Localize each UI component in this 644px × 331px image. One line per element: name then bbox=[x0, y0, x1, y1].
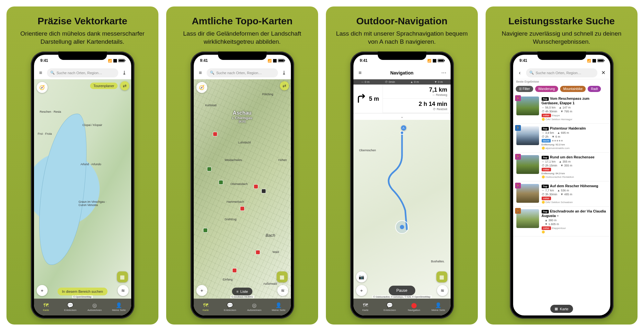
tab-meine-seite[interactable]: 👤Meine Seite bbox=[107, 299, 131, 315]
battery-icon bbox=[118, 59, 125, 62]
metric-time: ⏱ 0min bbox=[385, 80, 395, 84]
menu-button[interactable]: ≡ bbox=[37, 69, 44, 76]
map-icon: 🗺 bbox=[203, 303, 208, 308]
poi-marker[interactable] bbox=[233, 268, 236, 272]
card-subtitle: Lass dir die Geländeformen der Landschaf… bbox=[176, 30, 308, 46]
poi-marker[interactable] bbox=[256, 250, 260, 254]
search-input[interactable]: 🔍Suche nach Orten, Region… bbox=[207, 68, 278, 77]
locate-button[interactable]: ⌖ bbox=[37, 285, 48, 296]
record-icon: ◎ bbox=[92, 303, 97, 308]
poi-marker[interactable] bbox=[254, 185, 258, 188]
poi-marker[interactable] bbox=[240, 207, 244, 211]
map-style-button[interactable]: ▦ bbox=[436, 271, 447, 282]
location-marker bbox=[395, 220, 409, 234]
screenshot-card-4: Leistungsstarke Suche Navigiere zuverläs… bbox=[486, 6, 638, 325]
close-button[interactable]: ✕ bbox=[600, 69, 607, 76]
result-title: TopRund um den Reschensee bbox=[542, 155, 607, 159]
layers-button[interactable]: ≋ bbox=[277, 285, 288, 296]
phone-mock: 9:41 ≡ Navigation ⋯ ↔ 0 m ⏱ 0min ▲ 0 m ▼… bbox=[350, 51, 454, 319]
pause-button[interactable]: Pause bbox=[388, 286, 415, 295]
filter-chip[interactable]: Radt bbox=[588, 86, 601, 92]
download-button[interactable]: ⤓ bbox=[121, 69, 128, 76]
tab-karte[interactable]: 🗺Karte bbox=[194, 299, 218, 315]
download-button[interactable]: ⤓ bbox=[281, 69, 288, 76]
card-title: Outdoor-Navigation bbox=[356, 16, 448, 27]
drag-handle[interactable]: ⌄ bbox=[353, 113, 451, 120]
tab-karte[interactable]: 🗺Karte bbox=[34, 299, 58, 315]
tab-meine-seite[interactable]: 👤Meine Seite bbox=[426, 299, 451, 315]
tab-aufzeichnen[interactable]: ◎Aufzeichnen bbox=[242, 299, 267, 315]
poi-marker[interactable] bbox=[219, 180, 223, 184]
record-icon: ⬤ bbox=[411, 303, 417, 308]
tab-entdecken[interactable]: 💬Entdecken bbox=[218, 299, 242, 315]
route-icon[interactable]: ⇄ bbox=[120, 81, 129, 90]
tab-entdecken[interactable]: 💬Entdecken bbox=[58, 299, 83, 315]
liste-button[interactable]: ≡ Liste bbox=[232, 288, 253, 295]
category-badge: 🚶 bbox=[515, 208, 521, 214]
status-time: 9:41 bbox=[360, 58, 368, 63]
options-button[interactable]: ⋯ bbox=[440, 69, 447, 76]
remaining-time-label: ⏱ Restzeit bbox=[386, 108, 447, 111]
topo-map-view[interactable]: Aschau i. Chiemgau (615) Pölching Kohlst… bbox=[194, 79, 291, 299]
map-attribution: © GeoBasis-DE/BKG bbox=[230, 295, 254, 298]
layers-button[interactable]: ≋ bbox=[437, 285, 448, 296]
menu-button[interactable]: ≡ bbox=[197, 69, 204, 76]
nav-map-view[interactable]: A Oberreschen Bushaltes. 📷 ▦ ⌖ ≋ Pause ©… bbox=[353, 120, 451, 299]
search-icon: 🔍 bbox=[50, 71, 55, 75]
compass-button[interactable]: 🧭 bbox=[196, 82, 207, 93]
poi-marker[interactable] bbox=[203, 228, 207, 232]
tab-meine-seite[interactable]: 👤Meine Seite bbox=[267, 299, 291, 315]
list-item[interactable]: 🚶 TopAuf dem Rescher Höhenweg ↔ 7,7 km▲ … bbox=[513, 181, 610, 207]
map-style-button[interactable]: ▦ bbox=[277, 271, 288, 282]
card-title: Präzise Vektorkarte bbox=[38, 16, 127, 27]
turn-distance: 5 m bbox=[369, 96, 379, 102]
bottom-tabs: 🗺Karte 💬Entdecken ◎Aufzeichnen 👤Meine Se… bbox=[194, 299, 291, 315]
map-view[interactable]: Reschen · Resia Froi · Froia Clopai / Kl… bbox=[34, 79, 131, 299]
filter-chip[interactable]: Mountainbike bbox=[560, 86, 586, 92]
result-thumb: 🚶 bbox=[516, 209, 539, 228]
search-area-button[interactable]: In diesem Bereich suchen bbox=[57, 288, 108, 295]
menu-button[interactable]: ≡ bbox=[357, 69, 364, 76]
tab-karte[interactable]: 🗺Karte bbox=[353, 299, 378, 315]
tab-aufzeichnen[interactable]: ◎Aufzeichnen bbox=[83, 299, 107, 315]
list-item[interactable]: 🚶 TopVom Reschenpass zum Gardasee, Etapp… bbox=[513, 94, 610, 123]
layers-button[interactable]: ≋ bbox=[118, 285, 129, 296]
discover-icon: 💬 bbox=[67, 303, 74, 308]
search-input[interactable]: 🔍 Suche nach Orten, Region… bbox=[47, 68, 118, 77]
tourenplaner-chip[interactable]: Tourenplaner bbox=[90, 83, 117, 89]
app-header: ≡ 🔍 Suche nach Orten, Region… ⤓ bbox=[34, 66, 131, 79]
lake-shape bbox=[34, 110, 95, 268]
camera-button[interactable]: 📷 bbox=[356, 271, 367, 282]
screenshot-card-3: Outdoor-Navigation Lass dich mit unserer… bbox=[326, 6, 478, 325]
list-item[interactable]: 🚶 TopRund um den Reschensee ↔ 17,1 km▲ 3… bbox=[513, 153, 610, 181]
list-item[interactable]: 🚶 TopEtschradroute an der Via Claudia Au… bbox=[513, 207, 610, 236]
bottom-tabs: 🗺Karte 💬Entdecken ⬤Navigation 👤Meine Sei… bbox=[353, 299, 451, 315]
poi-marker[interactable] bbox=[213, 132, 217, 136]
filter-chip[interactable]: ☰ Filter bbox=[516, 86, 533, 92]
compass-button[interactable]: 🧭 bbox=[37, 82, 48, 93]
search-placeholder: Suche nach Orten, Region… bbox=[536, 71, 581, 75]
route-icon[interactable]: ⇄ bbox=[280, 81, 289, 90]
category-badge: 🚶 bbox=[515, 154, 521, 160]
route-line bbox=[353, 120, 451, 233]
metric-ascent: ▲ 0 m bbox=[410, 80, 419, 84]
map-label: Oberreschen bbox=[359, 149, 376, 152]
karte-button[interactable]: ▦ Karte bbox=[550, 305, 573, 313]
poi-marker[interactable] bbox=[262, 189, 266, 193]
filter-chip[interactable]: Wanderung bbox=[535, 86, 558, 92]
map-style-button[interactable]: ▦ bbox=[117, 271, 128, 282]
discover-icon: 💬 bbox=[386, 303, 393, 308]
locate-button[interactable]: ⌖ bbox=[196, 285, 207, 296]
map-icon: 🗺 bbox=[363, 303, 368, 308]
profile-icon: 👤 bbox=[275, 303, 282, 308]
search-input[interactable]: 🔍Suche nach Orten, Region… bbox=[526, 68, 597, 77]
tab-navigation[interactable]: ⬤Navigation bbox=[402, 299, 426, 315]
list-item[interactable]: 🚶 TopPistentour Haideralm ↔ 3,9 km▲ 695 … bbox=[513, 124, 610, 153]
locate-button[interactable]: ⌖ bbox=[356, 285, 367, 296]
signal-icon bbox=[427, 58, 431, 63]
tab-entdecken[interactable]: 💬Entdecken bbox=[378, 299, 402, 315]
screenshot-card-2: Amtliche Topo-Karten Lass dir die Geländ… bbox=[166, 6, 318, 325]
back-button[interactable]: ‹ bbox=[516, 69, 523, 76]
phone-mock: 9:41 ≡ 🔍Suche nach Orten, Region… ⤓ Asch… bbox=[190, 51, 294, 319]
poi-marker[interactable] bbox=[207, 167, 211, 171]
